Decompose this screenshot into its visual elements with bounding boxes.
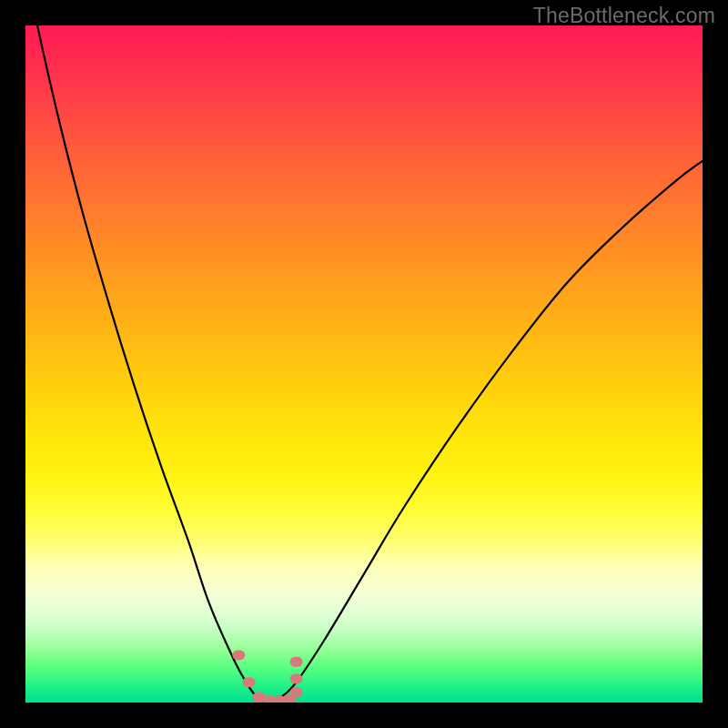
highlight-marker — [243, 677, 256, 687]
highlight-marker — [290, 673, 303, 683]
highlight-marker — [290, 687, 303, 697]
plot-area — [25, 25, 703, 703]
bottleneck-curve-path — [25, 25, 703, 703]
bottleneck-curve — [25, 25, 703, 703]
chart-frame: TheBottleneck.com — [0, 0, 728, 728]
highlight-marker — [290, 657, 303, 667]
highlight-marker — [232, 650, 245, 660]
watermark-text: TheBottleneck.com — [533, 4, 715, 28]
curve-layer — [25, 25, 703, 703]
